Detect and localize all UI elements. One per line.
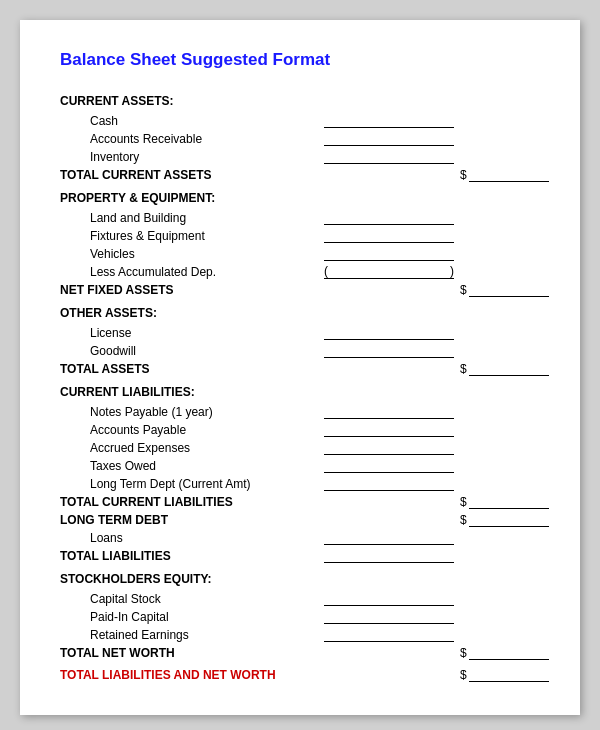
paren-open: ( bbox=[324, 264, 328, 278]
total-current-assets-label: TOTAL CURRENT ASSETS bbox=[60, 168, 212, 182]
inventory-row: Inventory bbox=[60, 149, 540, 164]
current-liabilities-header: CURRENT LIABILITIES: bbox=[60, 385, 195, 399]
land-building-label: Land and Building bbox=[60, 211, 186, 225]
long-term-debt-header-row: LONG TERM DEBT $ bbox=[60, 512, 540, 527]
retained-earnings-label: Retained Earnings bbox=[60, 628, 189, 642]
loans-row: Loans bbox=[60, 530, 540, 545]
retained-earnings-row: Retained Earnings bbox=[60, 627, 540, 642]
accounts-receivable-label: Accounts Receivable bbox=[60, 132, 202, 146]
ta-dollar-sign: $ bbox=[460, 362, 467, 376]
less-accum-dep-label: Less Accumulated Dep. bbox=[60, 265, 216, 279]
tnw-dollar-sign: $ bbox=[460, 646, 467, 660]
capital-stock-row: Capital Stock bbox=[60, 591, 540, 606]
total-current-liabilities-label: TOTAL CURRENT LIABILITIES bbox=[60, 495, 233, 509]
total-liabilities-net-worth-label: TOTAL LIABILITIES AND NET WORTH bbox=[60, 668, 276, 682]
total-liabilities-label: TOTAL LIABILITIES bbox=[60, 549, 171, 563]
retained-earnings-line bbox=[324, 628, 454, 642]
notes-payable-line bbox=[324, 405, 454, 419]
inventory-label: Inventory bbox=[60, 150, 139, 164]
inventory-line bbox=[324, 150, 454, 164]
cash-label: Cash bbox=[60, 114, 118, 128]
goodwill-line bbox=[324, 344, 454, 358]
total-current-liabilities-row: TOTAL CURRENT LIABILITIES $ bbox=[60, 494, 540, 509]
nfa-dollar-line bbox=[469, 283, 549, 297]
less-accum-dep-row: Less Accumulated Dep. ( ) bbox=[60, 264, 540, 279]
vehicles-label: Vehicles bbox=[60, 247, 135, 261]
total-liabilities-net-worth-row: TOTAL LIABILITIES AND NET WORTH $ bbox=[60, 667, 540, 682]
capital-stock-label: Capital Stock bbox=[60, 592, 161, 606]
tlnw-dollar-line bbox=[469, 668, 549, 682]
license-line bbox=[324, 326, 454, 340]
goodwill-row: Goodwill bbox=[60, 343, 540, 358]
other-assets-header: OTHER ASSETS: bbox=[60, 306, 157, 320]
ta-dollar-line bbox=[469, 362, 549, 376]
cash-line bbox=[324, 114, 454, 128]
total-net-worth-row: TOTAL NET WORTH $ bbox=[60, 645, 540, 660]
total-assets-row: TOTAL ASSETS $ bbox=[60, 361, 540, 376]
accrued-expenses-label: Accrued Expenses bbox=[60, 441, 190, 455]
tcl-dollar-sign: $ bbox=[460, 495, 467, 509]
accounts-receivable-line bbox=[324, 132, 454, 146]
net-fixed-assets-label: NET FIXED ASSETS bbox=[60, 283, 174, 297]
notes-payable-row: Notes Payable (1 year) bbox=[60, 404, 540, 419]
stockholders-header-row: STOCKHOLDERS EQUITY: bbox=[60, 566, 540, 588]
paren-close: ) bbox=[450, 264, 454, 278]
accounts-receivable-row: Accounts Receivable bbox=[60, 131, 540, 146]
total-liabilities-row: TOTAL LIABILITIES bbox=[60, 548, 540, 563]
paid-in-capital-row: Paid-In Capital bbox=[60, 609, 540, 624]
current-assets-header-row: CURRENT ASSETS: bbox=[60, 88, 540, 110]
page-title: Balance Sheet Suggested Format bbox=[60, 50, 540, 70]
paid-in-capital-label: Paid-In Capital bbox=[60, 610, 169, 624]
total-assets-label: TOTAL ASSETS bbox=[60, 362, 150, 376]
tnw-dollar-line bbox=[469, 646, 549, 660]
long-term-dept-current-row: Long Term Dept (Current Amt) bbox=[60, 476, 540, 491]
accounts-payable-row: Accounts Payable bbox=[60, 422, 540, 437]
taxes-owed-row: Taxes Owed bbox=[60, 458, 540, 473]
net-fixed-assets-row: NET FIXED ASSETS $ bbox=[60, 282, 540, 297]
notes-payable-label: Notes Payable (1 year) bbox=[60, 405, 213, 419]
property-header: PROPERTY & EQUIPMENT: bbox=[60, 191, 215, 205]
long-term-dept-current-line bbox=[324, 477, 454, 491]
tlnw-dollar-sign: $ bbox=[460, 668, 467, 682]
property-header-row: PROPERTY & EQUIPMENT: bbox=[60, 185, 540, 207]
current-liabilities-header-row: CURRENT LIABILITIES: bbox=[60, 379, 540, 401]
ltd-dollar-sign: $ bbox=[460, 513, 467, 527]
balance-sheet-page: Balance Sheet Suggested Format CURRENT A… bbox=[20, 20, 580, 715]
total-current-assets-row: TOTAL CURRENT ASSETS $ bbox=[60, 167, 540, 182]
accrued-expenses-row: Accrued Expenses bbox=[60, 440, 540, 455]
vehicles-row: Vehicles bbox=[60, 246, 540, 261]
nfa-dollar-sign: $ bbox=[460, 283, 467, 297]
ltd-dollar-line bbox=[469, 513, 549, 527]
license-label: License bbox=[60, 326, 131, 340]
total-liabilities-line bbox=[324, 549, 454, 563]
paid-in-capital-line bbox=[324, 610, 454, 624]
fixtures-equipment-label: Fixtures & Equipment bbox=[60, 229, 205, 243]
loans-line bbox=[324, 531, 454, 545]
accounts-payable-label: Accounts Payable bbox=[60, 423, 186, 437]
current-assets-header: CURRENT ASSETS: bbox=[60, 94, 174, 108]
total-net-worth-label: TOTAL NET WORTH bbox=[60, 646, 175, 660]
license-row: License bbox=[60, 325, 540, 340]
stockholders-header: STOCKHOLDERS EQUITY: bbox=[60, 572, 212, 586]
cash-row: Cash bbox=[60, 113, 540, 128]
goodwill-label: Goodwill bbox=[60, 344, 136, 358]
taxes-owed-label: Taxes Owed bbox=[60, 459, 156, 473]
accrued-expenses-line bbox=[324, 441, 454, 455]
fixtures-equipment-row: Fixtures & Equipment bbox=[60, 228, 540, 243]
other-assets-header-row: OTHER ASSETS: bbox=[60, 300, 540, 322]
vehicles-line bbox=[324, 247, 454, 261]
taxes-owed-line bbox=[324, 459, 454, 473]
land-building-row: Land and Building bbox=[60, 210, 540, 225]
long-term-dept-current-label: Long Term Dept (Current Amt) bbox=[60, 477, 251, 491]
fixtures-equipment-line bbox=[324, 229, 454, 243]
capital-stock-line bbox=[324, 592, 454, 606]
tca-dollar-line bbox=[469, 168, 549, 182]
tcl-dollar-line bbox=[469, 495, 549, 509]
long-term-debt-header: LONG TERM DEBT bbox=[60, 513, 168, 527]
loans-label: Loans bbox=[60, 531, 123, 545]
accounts-payable-line bbox=[324, 423, 454, 437]
tca-dollar-sign: $ bbox=[460, 168, 467, 182]
land-building-line bbox=[324, 211, 454, 225]
